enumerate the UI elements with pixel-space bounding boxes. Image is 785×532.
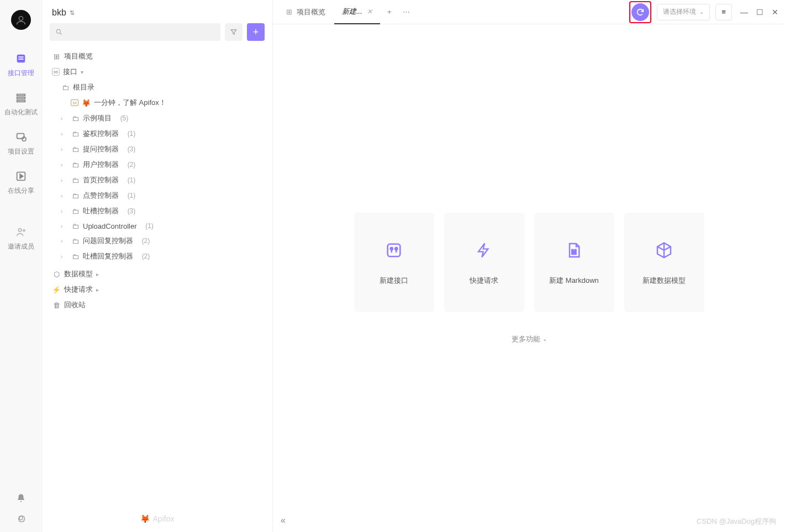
avatar[interactable] <box>11 10 31 30</box>
updown-icon: ⇅ <box>70 9 75 17</box>
card-quick-request[interactable]: 快捷请求 <box>444 213 524 312</box>
menu-button[interactable]: ≡ <box>715 4 732 20</box>
folder-icon: 🗀 <box>71 145 80 154</box>
tree-folder[interactable]: ›🗀吐槽回复控制器 (2) <box>50 249 269 264</box>
new-tab-button[interactable]: + <box>381 8 398 16</box>
tabbar: ⊞ 项目概览 新建... ✕ + ⋯ 请选择环境 ⌄ ≡ — ☐ ✕ <box>273 0 785 24</box>
brand-label: Apifox <box>153 514 175 523</box>
tree-folder[interactable]: ›🗀吐槽控制器 (3) <box>50 203 269 219</box>
collapse-handle[interactable]: « <box>281 515 286 525</box>
filter-button[interactable] <box>225 23 243 41</box>
label: 一分钟，了解 Apifox！ <box>94 98 166 108</box>
canvas: 新建接口 快捷请求 M 新建 Markdown 新建数据模型 更多功能 ⌄ « … <box>273 24 785 532</box>
chevron-right-icon: › <box>61 223 67 229</box>
rail-automation[interactable]: 自动化测试 <box>0 86 41 125</box>
tab-label: 项目概览 <box>297 7 325 17</box>
add-button[interactable]: + <box>247 23 265 41</box>
menu-icon: ≡ <box>721 8 726 16</box>
card-new-markdown[interactable]: M 新建 Markdown <box>534 213 614 312</box>
filter-icon <box>230 28 238 36</box>
tree-folder[interactable]: ›🗀首页控制器 (1) <box>50 172 269 188</box>
label: 首页控制器 <box>83 175 119 185</box>
rail-invite[interactable]: 邀请成员 <box>0 220 41 259</box>
database-icon <box>14 52 28 65</box>
label: 点赞控制器 <box>83 191 119 201</box>
tab-new[interactable]: 新建... ✕ <box>334 0 380 24</box>
env-refresh-button[interactable] <box>631 3 649 21</box>
grid-icon: ⊞ <box>52 52 61 61</box>
maximize-button[interactable]: ☐ <box>755 8 764 17</box>
tree-folder[interactable]: ›🗀鉴权控制器 (1) <box>50 126 269 141</box>
tree-intro-doc[interactable]: M 🦊 一分钟，了解 Apifox！ <box>50 95 269 110</box>
chevron-down-icon: ⌄ <box>699 9 704 15</box>
svg-point-10 <box>18 229 22 232</box>
close-icon[interactable]: ✕ <box>367 8 372 15</box>
close-button[interactable]: ✕ <box>771 8 779 17</box>
user-plus-icon <box>14 225 28 239</box>
rail-settings[interactable]: 项目设置 <box>0 125 41 164</box>
bolt-card-icon <box>474 240 494 260</box>
markdown-card-icon: M <box>564 240 584 260</box>
tree-folder[interactable]: ›🗀示例项目 (5) <box>50 110 269 126</box>
card-new-data-model[interactable]: 新建数据模型 <box>624 213 704 312</box>
chevron-right-icon: › <box>61 162 67 168</box>
count: (2) <box>142 252 150 260</box>
cards-row: 新建接口 快捷请求 M 新建 Markdown 新建数据模型 <box>354 213 704 312</box>
tree-folder[interactable]: ›🗀提问控制器 (3) <box>50 141 269 157</box>
project-selector[interactable]: bkb ⇅ <box>42 0 272 23</box>
tree-api-section[interactable]: 96 接口 ▾ <box>50 64 269 80</box>
tree-overview[interactable]: ⊞ 项目概览 <box>50 49 269 64</box>
svg-rect-2 <box>18 56 23 57</box>
label: 提问控制器 <box>83 144 119 154</box>
count: (2) <box>142 237 150 245</box>
tree-folder[interactable]: ›🗀用户控制器 (2) <box>50 157 269 172</box>
card-label: 快捷请求 <box>470 276 498 286</box>
markdown-icon: M <box>71 99 78 106</box>
card-label: 新建接口 <box>380 276 408 286</box>
tree-folder[interactable]: ›🗀问题回复控制器 (2) <box>50 233 269 249</box>
svg-point-11 <box>56 29 60 33</box>
search-icon <box>55 28 63 36</box>
card-new-api[interactable]: 新建接口 <box>354 213 434 312</box>
bell-icon[interactable] <box>16 493 26 503</box>
tree-quick-request[interactable]: ⚡ 快捷请求 ▸ <box>50 282 269 297</box>
rail-label: 邀请成员 <box>8 242 34 251</box>
search-input[interactable] <box>50 23 220 41</box>
label: UploadController <box>83 222 137 230</box>
brand-watermark: 🦊 Apifox <box>42 514 272 523</box>
tree-folder[interactable]: ›🗀UploadController (1) <box>50 219 269 233</box>
tree-root-folder[interactable]: 🗀 根目录 <box>50 80 269 95</box>
svg-rect-4 <box>17 94 25 96</box>
svg-point-0 <box>19 17 23 20</box>
count: (2) <box>128 161 136 168</box>
count: (1) <box>145 222 154 230</box>
search-field[interactable] <box>66 28 215 36</box>
stack-icon <box>14 91 28 104</box>
label: 回收站 <box>64 300 86 310</box>
tree-data-model[interactable]: ⬡ 数据模型 ▸ <box>50 266 269 282</box>
minimize-button[interactable]: — <box>740 8 749 17</box>
count: (1) <box>128 192 136 199</box>
env-select[interactable]: 请选择环境 ⌄ <box>657 4 710 20</box>
gear-icon[interactable] <box>16 513 26 523</box>
cube-card-icon <box>654 240 674 260</box>
sidebar: bkb ⇅ + ⊞ 项目概览 96 接口 ▾ 🗀 根目录 M 🦊 <box>42 0 273 532</box>
label: 用户控制器 <box>83 160 119 170</box>
grid-icon: ⊞ <box>286 8 292 16</box>
rail-label: 项目设置 <box>8 147 34 156</box>
label: 快捷请求 <box>64 285 93 294</box>
share-icon <box>14 170 28 183</box>
tree-folder[interactable]: ›🗀点赞控制器 (1) <box>50 188 269 203</box>
chevron-right-icon: › <box>61 193 67 199</box>
rail-api-management[interactable]: 接口管理 <box>0 46 41 86</box>
tab-more-button[interactable]: ⋯ <box>399 8 415 16</box>
tab-overview[interactable]: ⊞ 项目概览 <box>278 0 333 24</box>
folder-icon: 🗀 <box>71 252 80 261</box>
tree-recycle[interactable]: 🗑 回收站 <box>50 297 269 313</box>
label: 数据模型 <box>64 269 93 279</box>
svg-rect-3 <box>18 59 23 60</box>
folder-icon: 🗀 <box>71 176 80 185</box>
rail-share[interactable]: 在线分享 <box>0 164 41 203</box>
more-functions[interactable]: 更多功能 ⌄ <box>512 334 547 344</box>
folder-icon: 🗀 <box>71 191 80 200</box>
